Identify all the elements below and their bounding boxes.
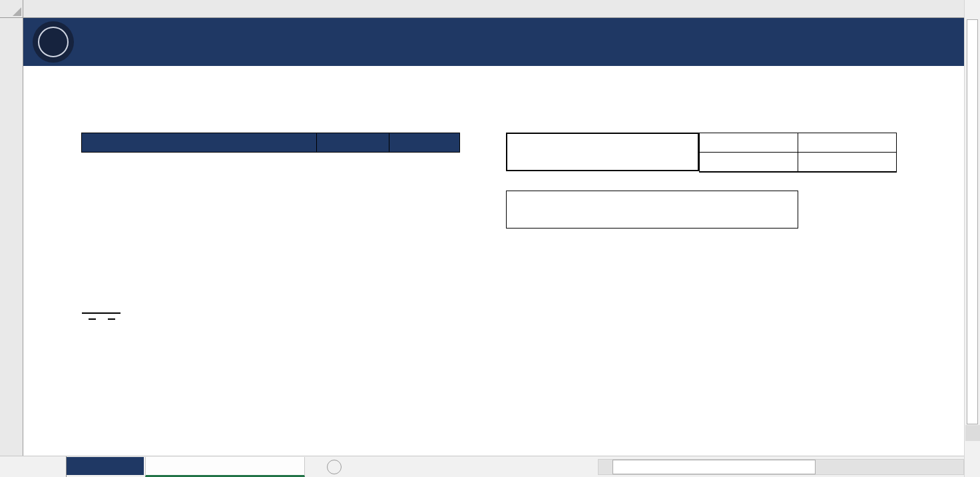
formula-image[interactable] <box>82 312 121 326</box>
vertical-scrollbar[interactable] <box>964 0 980 458</box>
column-headers <box>23 0 964 18</box>
x-header-cell[interactable] <box>317 133 389 153</box>
sheet-tab-bar <box>0 456 964 477</box>
confidence-interval-box[interactable] <box>506 133 699 171</box>
row-headers <box>0 18 23 456</box>
inputs-table <box>81 133 460 153</box>
lower-value-cell[interactable] <box>700 153 798 172</box>
confidence-note-box[interactable] <box>506 191 798 229</box>
vertical-scrollbar-track[interactable] <box>965 425 980 441</box>
vertical-scrollbar-thumb[interactable] <box>967 19 978 424</box>
logo-monogram <box>38 27 69 57</box>
sheet-canvas[interactable] <box>23 18 964 456</box>
select-all-corner[interactable] <box>0 0 23 18</box>
template-buddies-logo-icon <box>33 21 74 63</box>
inputs-header-row <box>82 133 460 153</box>
scroll-down-icon[interactable] <box>965 441 980 458</box>
fraction-x <box>89 317 96 326</box>
tab-known-population-variance[interactable] <box>145 457 305 477</box>
fraction-y <box>108 317 115 326</box>
upper-value-cell[interactable] <box>798 153 897 172</box>
lower-upper-header-row <box>700 133 897 153</box>
scroll-right-icon[interactable] <box>949 460 963 474</box>
scroll-up-icon[interactable] <box>965 0 980 17</box>
lower-header-cell[interactable] <box>700 133 798 153</box>
add-sheet-button[interactable] <box>327 460 342 474</box>
horizontal-scrollbar[interactable] <box>598 459 964 475</box>
select-all-triangle-icon <box>13 7 21 16</box>
horizontal-scrollbar-thumb[interactable] <box>612 460 816 474</box>
inputs-header-cell[interactable] <box>82 133 317 153</box>
brand-banner <box>23 18 964 66</box>
formula-radicand <box>82 312 121 326</box>
splitter-dots-icon[interactable] <box>579 460 587 474</box>
excel-window <box>0 0 980 477</box>
lower-upper-value-row <box>700 153 897 172</box>
scrollbar-corner <box>964 458 980 477</box>
y-header-cell[interactable] <box>389 133 460 153</box>
scroll-left-icon[interactable] <box>599 460 613 474</box>
lower-upper-table <box>699 133 897 173</box>
tab-description[interactable] <box>67 457 144 475</box>
upper-header-cell[interactable] <box>798 133 897 153</box>
